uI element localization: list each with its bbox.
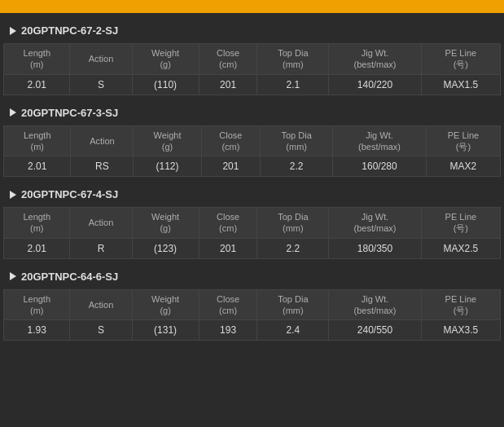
col-header-3-2: Weight(g) <box>132 289 199 320</box>
table-cell-0-0-2: (110) <box>132 74 199 95</box>
col-header-2-2: Weight(g) <box>132 208 199 239</box>
spec-table-1: Length(m)ActionWeight(g)Close(cm)Top Dia… <box>3 125 501 178</box>
table-cell-1-0-4: 2.2 <box>261 156 333 177</box>
col-header-1-4: Top Dia(mm) <box>261 125 333 156</box>
table-cell-1-0-0: 2.01 <box>4 156 71 177</box>
product-name-0: 20GPTNPC-67-2-SJ <box>21 24 118 37</box>
table-cell-1-0-3: 201 <box>201 156 261 177</box>
table-cell-3-0-1: S <box>70 320 132 341</box>
table-cell-2-0-1: R <box>70 238 132 258</box>
spec-table-2: Length(m)ActionWeight(g)Close(cm)Top Dia… <box>3 207 501 259</box>
col-header-3-6: PE Line(号) <box>421 289 500 320</box>
product-section-3: 20GPTNPC-64-6-SJLength(m)ActionWeight(g)… <box>3 266 501 341</box>
product-name-3: 20GPTNPC-64-6-SJ <box>21 271 118 283</box>
col-header-1-6: PE Line(号) <box>426 125 500 156</box>
product-title-1[interactable]: 20GPTNPC-67-3-SJ <box>3 102 501 124</box>
expand-triangle-icon <box>10 272 16 280</box>
spec-table-0: Length(m)ActionWeight(g)Close(cm)Top Dia… <box>3 43 501 95</box>
table-cell-3-0-5: 240/550 <box>329 320 421 341</box>
col-header-3-1: Action <box>70 289 132 320</box>
table-cell-2-0-2: (123) <box>132 238 199 258</box>
col-header-0-2: Weight(g) <box>132 44 199 75</box>
expand-triangle-icon <box>10 191 16 199</box>
table-cell-2-0-3: 201 <box>199 238 257 258</box>
col-header-0-6: PE Line(号) <box>421 44 500 75</box>
col-header-2-3: Close(cm) <box>199 208 257 239</box>
spec-table-3: Length(m)ActionWeight(g)Close(cm)Top Dia… <box>3 289 501 341</box>
table-row: 2.01RS(112)2012.2160/280MAX2 <box>4 156 501 177</box>
col-header-1-0: Length(m) <box>4 125 71 156</box>
product-title-2[interactable]: 20GPTNPC-67-4-SJ <box>3 183 501 205</box>
product-name-2: 20GPTNPC-67-4-SJ <box>21 188 118 200</box>
product-section-2: 20GPTNPC-67-4-SJLength(m)ActionWeight(g)… <box>3 183 501 259</box>
col-header-3-0: Length(m) <box>4 289 70 320</box>
table-cell-1-0-1: RS <box>71 156 134 177</box>
product-name-1: 20GPTNPC-67-3-SJ <box>21 107 118 119</box>
product-section-0: 20GPTNPC-67-2-SJLength(m)ActionWeight(g)… <box>3 20 501 95</box>
table-cell-1-0-5: 160/280 <box>333 156 427 177</box>
col-header-3-3: Close(cm) <box>199 289 257 320</box>
col-header-1-2: Weight(g) <box>134 125 201 156</box>
table-cell-0-0-4: 2.1 <box>257 74 329 95</box>
col-header-0-0: Length(m) <box>4 44 70 75</box>
col-header-0-3: Close(cm) <box>199 44 257 75</box>
col-header-1-5: Jig Wt.(best/max) <box>333 125 427 156</box>
table-cell-1-0-2: (112) <box>134 156 201 177</box>
table-cell-0-0-5: 140/220 <box>329 74 421 95</box>
table-cell-3-0-3: 193 <box>199 320 257 341</box>
table-cell-2-0-0: 2.01 <box>4 238 70 258</box>
col-header-1-3: Close(cm) <box>201 125 261 156</box>
col-header-3-5: Jig Wt.(best/max) <box>329 289 421 320</box>
spec-content: 20GPTNPC-67-2-SJLength(m)ActionWeight(g)… <box>0 13 504 354</box>
expand-triangle-icon <box>10 108 16 117</box>
spec-header <box>0 0 504 13</box>
product-section-1: 20GPTNPC-67-3-SJLength(m)ActionWeight(g)… <box>3 102 501 178</box>
table-cell-0-0-0: 2.01 <box>4 74 70 95</box>
col-header-2-6: PE Line(号) <box>421 208 500 239</box>
expand-triangle-icon <box>10 27 16 35</box>
table-cell-2-0-6: MAX2.5 <box>421 238 500 258</box>
table-row: 1.93S(131)1932.4240/550MAX3.5 <box>4 320 501 341</box>
col-header-0-1: Action <box>70 44 132 75</box>
table-cell-3-0-6: MAX3.5 <box>421 320 500 341</box>
col-header-3-4: Top Dia(mm) <box>257 289 329 320</box>
table-cell-0-0-6: MAX1.5 <box>421 74 500 95</box>
col-header-1-1: Action <box>71 125 134 156</box>
col-header-2-5: Jig Wt.(best/max) <box>329 208 421 239</box>
product-title-0[interactable]: 20GPTNPC-67-2-SJ <box>3 20 501 42</box>
col-header-2-4: Top Dia(mm) <box>257 208 329 239</box>
col-header-0-5: Jig Wt.(best/max) <box>329 44 421 75</box>
product-title-3[interactable]: 20GPTNPC-64-6-SJ <box>3 266 501 288</box>
col-header-0-4: Top Dia(mm) <box>257 44 329 75</box>
table-cell-3-0-0: 1.93 <box>4 320 70 341</box>
table-cell-0-0-3: 201 <box>199 74 257 95</box>
table-row: 2.01R(123)2012.2180/350MAX2.5 <box>4 238 501 258</box>
table-cell-1-0-6: MAX2 <box>426 156 500 177</box>
table-cell-2-0-4: 2.2 <box>257 238 329 258</box>
table-cell-2-0-5: 180/350 <box>329 238 421 258</box>
table-row: 2.01S(110)2012.1140/220MAX1.5 <box>4 74 501 95</box>
col-header-2-1: Action <box>70 208 132 239</box>
col-header-2-0: Length(m) <box>4 208 70 239</box>
table-cell-3-0-2: (131) <box>132 320 199 341</box>
table-cell-0-0-1: S <box>70 74 132 95</box>
table-cell-3-0-4: 2.4 <box>257 320 329 341</box>
